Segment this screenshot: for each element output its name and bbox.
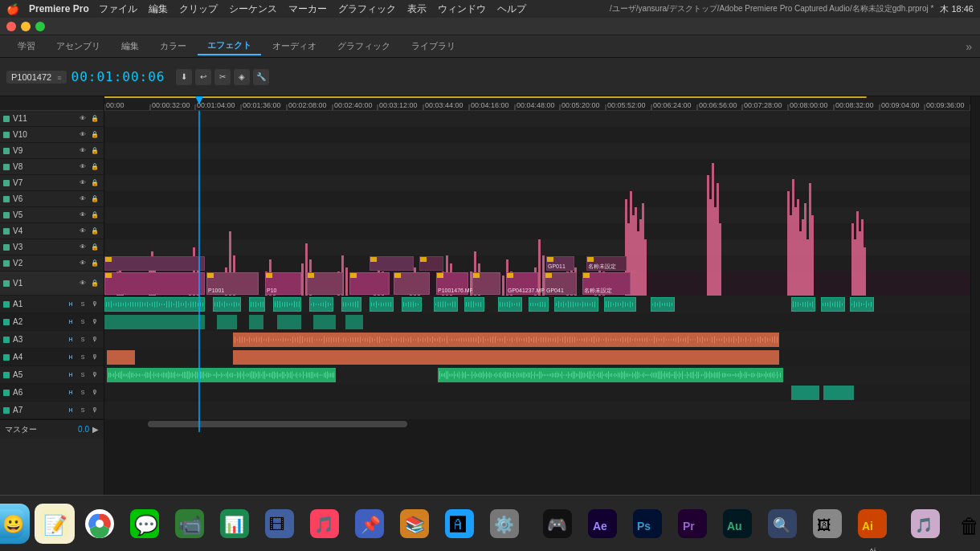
a1-mic[interactable]: 🎙 [89, 299, 100, 310]
menu-file[interactable]: ファイル [99, 2, 137, 16]
a5-m[interactable]: H [65, 369, 76, 381]
a6-s[interactable]: S [77, 387, 88, 398]
v1-lock[interactable]: 🔒 [89, 278, 100, 289]
v7-eye[interactable]: 👁 [77, 178, 88, 189]
v3-eye[interactable]: 👁 [77, 242, 88, 253]
svg-text:🎞: 🎞 [269, 516, 285, 533]
v2-eye[interactable]: 👁 [77, 258, 88, 269]
a4-m[interactable]: H [65, 352, 76, 363]
a6-mic[interactable]: 🎙 [89, 387, 100, 398]
dock-finder[interactable]: 😀 [0, 504, 30, 544]
timecode-display[interactable]: 00:01:00:06 [71, 69, 165, 84]
v6-eye[interactable]: 👁 [77, 194, 88, 205]
tab-assembly[interactable]: アセンブリ [47, 38, 110, 55]
v9-eye[interactable]: 👁 [77, 145, 88, 157]
apple-logo[interactable]: 🍎 [6, 3, 19, 15]
expand-icon[interactable]: » [966, 40, 972, 53]
tab-effects[interactable]: エフェクト [198, 38, 261, 55]
dock-appstore[interactable]: 🅰 [439, 504, 480, 544]
a3-mic[interactable]: 🎙 [89, 334, 100, 345]
v4-eye[interactable]: 👁 [77, 226, 88, 237]
v5-lock[interactable]: 🔒 [89, 210, 100, 221]
track-header-v1: V1 👁 🔒 [0, 271, 104, 296]
a4-mic[interactable]: 🎙 [89, 352, 100, 363]
tab-graphics[interactable]: グラフィック [328, 38, 400, 55]
v11-lock[interactable]: 🔒 [89, 113, 100, 124]
a3-m[interactable]: H [65, 334, 76, 345]
menu-window[interactable]: ウィンドウ [438, 2, 486, 16]
dock-capture[interactable]: 🔍 [762, 504, 802, 544]
a7-mic[interactable]: 🎙 [89, 405, 100, 416]
a6-m[interactable]: H [65, 387, 76, 398]
dock-itunes[interactable]: 🎵 [905, 504, 945, 544]
menu-clip[interactable]: クリップ [179, 2, 218, 16]
a3-s[interactable]: S [77, 334, 88, 345]
v11-eye[interactable]: 👁 [77, 113, 88, 124]
v4-lock[interactable]: 🔒 [89, 226, 100, 237]
a5-s[interactable]: S [77, 369, 88, 381]
maximize-button[interactable] [35, 22, 45, 31]
dock-books[interactable]: 📚 [394, 504, 435, 544]
master-expand[interactable]: ▶ [92, 425, 99, 434]
a7-m[interactable]: H [65, 405, 76, 416]
v8-eye[interactable]: 👁 [77, 161, 88, 173]
minimize-button[interactable] [21, 22, 31, 31]
dock-trash[interactable]: 🗑 [950, 504, 980, 544]
tab-color[interactable]: カラー [150, 38, 196, 55]
dock-ae[interactable]: Ae [582, 504, 623, 544]
tab-edit[interactable]: 編集 [112, 38, 149, 55]
menu-sequence[interactable]: シーケンス [229, 2, 277, 16]
menu-edit[interactable]: 編集 [149, 2, 168, 16]
a1-s[interactable]: S [77, 299, 88, 310]
dock-ps[interactable]: Ps [627, 504, 668, 544]
dock-settings[interactable]: ⚙️ [484, 504, 525, 544]
tool-btn-1[interactable]: ⬇ [176, 69, 192, 85]
menu-view[interactable]: 表示 [407, 2, 427, 16]
dock-facetime[interactable]: 📹 [169, 504, 210, 544]
dock-chrome[interactable] [80, 504, 120, 544]
tab-audio[interactable]: オーディオ [263, 38, 326, 55]
dock-keynote[interactable]: 🎞 [259, 504, 300, 544]
menu-marker[interactable]: マーカー [288, 2, 327, 16]
dock-preview[interactable]: 🖼 [807, 504, 847, 544]
a2-m[interactable]: H [65, 316, 76, 328]
a5-mic[interactable]: 🎙 [89, 369, 100, 381]
v5-eye[interactable]: 👁 [77, 210, 88, 221]
menu-graphics[interactable]: グラフィック [338, 2, 396, 16]
right-resize-handle[interactable] [970, 96, 980, 512]
dock-steam[interactable]: 🎮 [537, 504, 578, 544]
v10-lock[interactable]: 🔒 [89, 129, 100, 141]
close-button[interactable] [6, 22, 16, 31]
v9-lock[interactable]: 🔒 [89, 145, 100, 157]
svg-text:📹: 📹 [178, 513, 202, 537]
dock-pr[interactable]: Pr [672, 504, 713, 544]
v3-lock[interactable]: 🔒 [89, 242, 100, 253]
tab-study[interactable]: 学習 [8, 38, 45, 55]
v7-lock[interactable]: 🔒 [89, 178, 100, 189]
tool-btn-5[interactable]: 🔧 [253, 69, 269, 85]
dock-music[interactable]: 🎵 [304, 504, 345, 544]
tool-btn-2[interactable]: ↩ [195, 69, 211, 85]
v2-lock[interactable]: 🔒 [89, 258, 100, 269]
dock-messages[interactable]: 💬 [125, 504, 165, 544]
v1-eye[interactable]: 👁 [77, 278, 88, 289]
a7-s[interactable]: S [77, 405, 88, 416]
a2-s[interactable]: S [77, 316, 88, 328]
master-label: マスター [5, 424, 37, 435]
v6-lock[interactable]: 🔒 [89, 194, 100, 205]
dock-au[interactable]: Au [717, 504, 757, 544]
dock-numbers[interactable]: 📊 [214, 504, 255, 544]
a4-s[interactable]: S [77, 352, 88, 363]
a2-mic[interactable]: 🎙 [89, 316, 100, 328]
tab-library[interactable]: ライブラリ [402, 38, 465, 55]
tool-btn-3[interactable]: ✂ [214, 69, 231, 85]
v10-eye[interactable]: 👁 [77, 129, 88, 141]
dock-ai-label: Ai [869, 547, 876, 552]
dock-ai[interactable]: Ai Ai [852, 504, 892, 544]
tool-btn-4[interactable]: ◈ [234, 69, 250, 85]
a1-m[interactable]: H [65, 299, 76, 310]
v8-lock[interactable]: 🔒 [89, 161, 100, 173]
dock-notes[interactable]: 📝 [35, 504, 75, 544]
menu-help[interactable]: ヘルプ [497, 2, 526, 16]
dock-pockity[interactable]: 📌 [349, 504, 390, 544]
